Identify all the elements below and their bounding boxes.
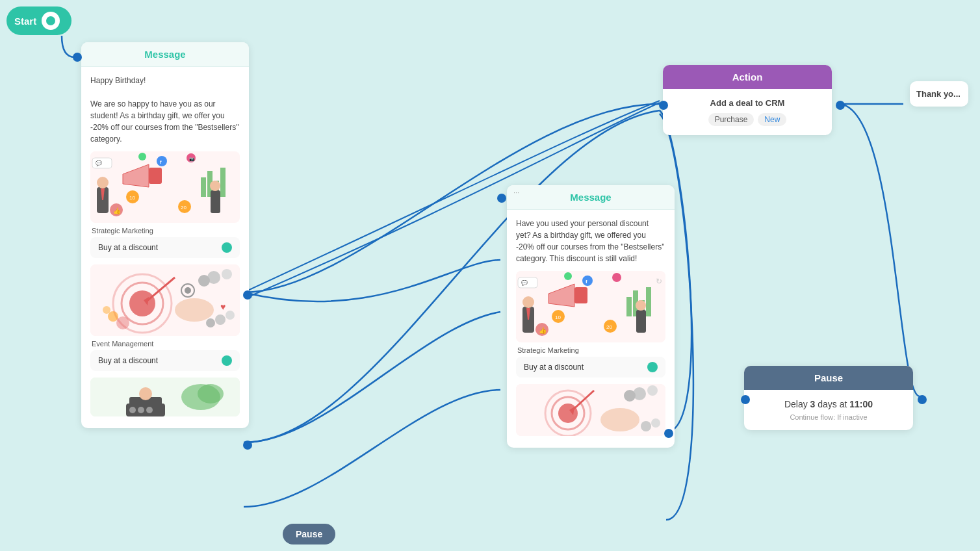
svg-text:💬: 💬 (96, 160, 102, 166)
svg-point-90 (600, 408, 639, 431)
svg-rect-70 (636, 310, 646, 333)
svg-text:f: f (586, 279, 587, 285)
svg-point-64 (612, 273, 621, 282)
pause-continue: Continue flow: If inactive (753, 413, 904, 421)
message-card-1-text: Happy Birthday! We are so happy to have … (90, 75, 240, 145)
course-label-strategic-1: Strategic Marketing (90, 227, 240, 235)
svg-text:👍: 👍 (539, 326, 547, 335)
svg-point-71 (636, 300, 646, 311)
connector-dot-msg2-buy1 (664, 429, 673, 438)
message-card-2-text: Have you used your personal discount yet… (516, 218, 665, 264)
svg-point-39 (198, 275, 210, 287)
btn-dot-strategic-1 (222, 242, 232, 253)
svg-point-40 (108, 311, 118, 322)
svg-text:↻: ↻ (656, 277, 662, 286)
svg-point-49 (139, 387, 152, 400)
connector-dot-action-out (836, 101, 845, 110)
svg-text:10: 10 (129, 195, 135, 201)
svg-point-31 (129, 290, 155, 316)
svg-rect-14 (220, 168, 226, 197)
bottom-pause-label: Pause (283, 524, 335, 545)
message-card-2-header: Message (507, 185, 675, 210)
svg-point-93 (624, 390, 636, 402)
svg-text:10: 10 (555, 314, 561, 320)
action-tag-purchase: Purchase (708, 113, 754, 126)
svg-rect-11 (201, 177, 206, 197)
thankyou-text: Thank yo... (916, 89, 962, 99)
svg-point-34 (175, 298, 214, 322)
course-image-extra-1 (90, 378, 240, 416)
action-card-header: Action (663, 65, 832, 89)
svg-point-94 (641, 421, 651, 431)
btn-dot-strategic-2 (647, 362, 658, 372)
svg-point-87 (558, 404, 578, 423)
message-card-2: Message Have you used your personal disc… (507, 185, 675, 448)
svg-point-44 (215, 314, 226, 325)
action-tags: Purchase New (672, 113, 823, 126)
dots-menu-msg2[interactable]: ··· (513, 188, 519, 196)
action-tag-new: New (758, 113, 786, 126)
start-node[interactable]: Start (6, 6, 71, 35)
connector-dot-pause-out (918, 395, 927, 404)
svg-point-2 (97, 177, 109, 188)
svg-text:f: f (160, 159, 162, 165)
svg-rect-15 (211, 190, 220, 213)
connector-dot-msg1-buy2 (243, 441, 252, 450)
svg-point-65 (564, 272, 572, 280)
course-image-strategic-2: f 👍 10 20 💬 ↻ (516, 271, 665, 342)
connector-dot-msg2-in (497, 194, 506, 203)
svg-point-55 (146, 407, 153, 413)
start-toggle-inner (46, 16, 55, 25)
pause-card: Pause Delay 3 days at 11:00 Continue flo… (744, 366, 913, 430)
svg-point-42 (116, 316, 129, 329)
message-card-1: Message Happy Birthday! We are so happy … (81, 42, 249, 428)
svg-point-53 (129, 407, 136, 413)
connector-dot-msg1-buy1 (243, 290, 252, 300)
svg-point-58 (522, 296, 534, 308)
action-card: Action Add a deal to CRM Purchase New (663, 65, 832, 135)
svg-point-46 (206, 318, 215, 327)
svg-point-62 (582, 276, 593, 286)
svg-text:💬: 💬 (521, 279, 528, 286)
course-label-strategic-2: Strategic Marketing (516, 346, 665, 354)
svg-point-92 (647, 385, 658, 396)
svg-point-54 (138, 407, 144, 413)
svg-text:📷: 📷 (189, 156, 195, 162)
btn-dot-event-1 (222, 355, 232, 366)
svg-text:♥: ♥ (220, 301, 226, 312)
connector-line-action (897, 101, 906, 110)
svg-rect-61 (574, 287, 587, 303)
svg-rect-69 (646, 287, 651, 316)
svg-point-95 (651, 418, 660, 428)
connector-dot-pause-in (741, 395, 750, 404)
svg-text:👍: 👍 (113, 207, 122, 215)
start-label: Start (14, 16, 36, 27)
connector-dot-msg1-in (73, 53, 82, 62)
svg-point-38 (222, 269, 232, 279)
svg-point-6 (157, 156, 167, 166)
buy-btn-strategic-2[interactable]: Buy at a discount (516, 357, 665, 378)
connector-dot-action-in (659, 101, 668, 110)
svg-point-45 (226, 311, 235, 320)
start-toggle[interactable] (42, 12, 60, 30)
svg-point-41 (103, 306, 110, 314)
svg-rect-66 (626, 297, 632, 316)
buy-btn-strategic-1[interactable]: Buy at a discount (90, 237, 240, 258)
thankyou-card: Thank yo... (910, 81, 968, 107)
course-image-event-1: ♥ (90, 264, 240, 336)
svg-text:20: 20 (181, 205, 187, 211)
buy-btn-event-1[interactable]: Buy at a discount (90, 350, 240, 371)
course-image-event-2 (516, 384, 665, 436)
svg-rect-5 (149, 168, 162, 184)
bottom-pause-node: Pause (283, 524, 335, 545)
svg-text:20: 20 (606, 324, 612, 330)
svg-point-36 (185, 287, 191, 294)
svg-point-51 (198, 384, 224, 404)
svg-point-10 (138, 153, 146, 160)
course-label-event-1: Event Management (90, 340, 240, 348)
pause-card-header: Pause (744, 366, 913, 390)
message-card-1-header: Message (81, 42, 249, 67)
svg-point-16 (210, 181, 220, 191)
action-card-title: Add a deal to CRM (672, 98, 823, 108)
pause-delay: Delay 3 days at 11:00 (753, 399, 904, 409)
